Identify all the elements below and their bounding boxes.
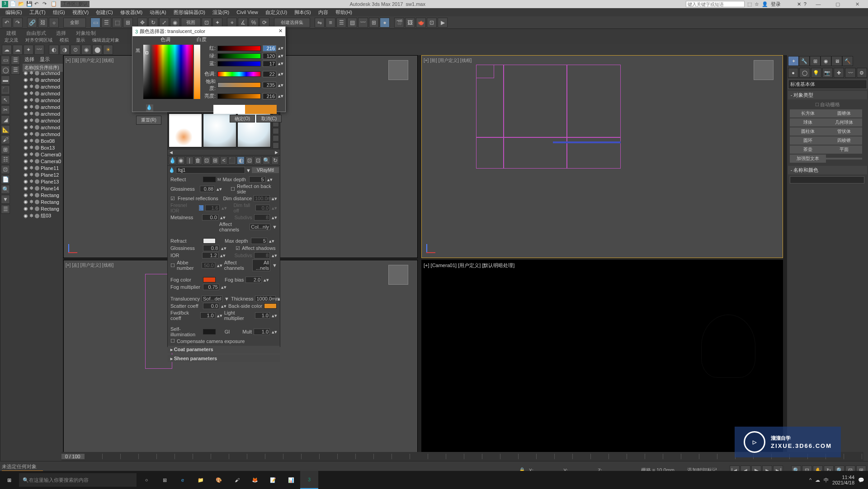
menu-graph[interactable]: 图形编辑器(D) [170, 9, 209, 16]
me-tb-7[interactable]: < [220, 156, 228, 165]
lt-4[interactable]: ⬛ [1, 85, 10, 94]
outliner-item[interactable]: ◉❄archmod [23, 131, 63, 137]
menu-views[interactable]: 视图(V) [69, 9, 93, 16]
menu-animation[interactable]: 动画(A) [146, 9, 170, 16]
outliner-item[interactable]: ◉❄Rectang [23, 192, 63, 198]
fogmult-spinner[interactable]: 0.75 [203, 284, 219, 290]
create-object-button[interactable]: 几何球体 [826, 118, 862, 127]
render-region-button[interactable]: ⊡ [427, 18, 437, 28]
outliner-select-tab[interactable]: 选择 [24, 56, 34, 63]
outliner-item[interactable]: ◉❄Rectang [23, 198, 63, 205]
cmd-tab-display[interactable]: 🖥 [831, 56, 842, 66]
backside-swatch[interactable] [264, 303, 277, 309]
lt-12[interactable]: ⊡ [1, 165, 10, 174]
cmd-tab-create[interactable]: ✦ [788, 56, 799, 66]
me-side-4[interactable] [273, 135, 279, 141]
menu-customize[interactable]: 自定义(U) [262, 9, 291, 16]
material-editor-button[interactable]: ● [380, 18, 390, 28]
object-name-field[interactable] [790, 176, 864, 183]
toolbar-glyph-icon[interactable]: ⬚ [747, 1, 752, 7]
refr-maxdepth-spinner[interactable]: 5 [251, 238, 267, 244]
outliner-item[interactable]: ◉❄Plane12 [23, 171, 63, 178]
lt-10[interactable]: ⊞ [1, 145, 10, 154]
render-frame-button[interactable]: 🖼 [405, 18, 415, 28]
fogbias-spinner[interactable]: 2.0 [245, 277, 262, 283]
timeline-frame-indicator[interactable]: 0 / 100 [61, 454, 84, 459]
viewport-camera[interactable]: [+] [Camera01] [用户定义] [默认明暗处理] [421, 260, 783, 467]
lt-8[interactable]: 📐 [1, 125, 10, 134]
refract-swatch[interactable] [203, 238, 216, 244]
rollout-sheen[interactable]: ▸ Sheen parameters [168, 355, 280, 362]
outliner-item[interactable]: ◉❄archmod [23, 103, 63, 110]
outliner-item[interactable]: ◉❄archmod [23, 83, 63, 90]
scatter-spinner[interactable]: 0.0 [203, 303, 219, 309]
ribbon-button[interactable]: ▤ [347, 18, 357, 28]
menu-help[interactable]: 帮助(H) [332, 9, 356, 16]
help-search-input[interactable] [686, 1, 745, 7]
menu-civil[interactable]: Civil View [233, 9, 261, 15]
color-slider[interactable] [217, 71, 261, 77]
cmd-tab-utilities[interactable]: 🔨 [842, 56, 853, 66]
outliner-item[interactable]: ◉❄Plane13 [23, 178, 63, 185]
fwdbck-spinner[interactable]: 1.0 [200, 312, 215, 319]
viewport-front[interactable]: [+] [前] [用户定义] [线框] [421, 55, 783, 258]
menu-tools[interactable]: 工具(T) [26, 9, 49, 16]
clock-time[interactable]: 11:44 [832, 475, 854, 480]
outliner-item[interactable]: ◉❄archmod [23, 76, 63, 83]
lt-16[interactable]: ☰ [1, 205, 10, 214]
outliner-item[interactable]: ◉❄archmod [23, 124, 63, 131]
select-object-button[interactable]: ▭ [90, 18, 100, 28]
lt-11[interactable]: ☷ [1, 155, 10, 164]
link-button[interactable]: 🔗 [27, 18, 37, 28]
me-side-5[interactable] [273, 142, 279, 149]
fog-color-swatch[interactable] [203, 277, 216, 282]
selfmult-spinner[interactable]: 1.0 [254, 329, 270, 335]
whiteness-bar[interactable] [194, 45, 200, 99]
wind-icon[interactable]: 〰 [34, 45, 44, 55]
create-object-button[interactable]: 四棱锥 [826, 136, 862, 145]
menu-create[interactable]: 创建(C) [92, 9, 116, 16]
create-object-button[interactable]: 圆柱体 [790, 127, 826, 136]
menu-render[interactable]: 渲染(R) [209, 9, 233, 16]
rollout-name-color[interactable]: - 名称和颜色 [788, 166, 867, 174]
eyedropper-icon[interactable]: 💧 [146, 104, 153, 112]
menu-group[interactable]: 组(G) [49, 9, 69, 16]
layers-button[interactable]: ☰ [336, 18, 346, 28]
color-slider[interactable] [217, 61, 261, 66]
3dsmax-taskbar-icon[interactable]: 3 [300, 471, 318, 489]
select-name-button[interactable]: ☰ [101, 18, 111, 28]
create-object-button[interactable]: 管状体 [826, 127, 862, 136]
color-value-field[interactable]: 17 [263, 61, 276, 67]
affect-dropdown[interactable]: Col...nly [250, 224, 270, 230]
tab-modeling[interactable]: 建模 [2, 30, 21, 37]
color-slider[interactable] [217, 94, 261, 99]
save-icon[interactable]: 💾 [26, 1, 33, 7]
user-icon[interactable]: 👤 [762, 1, 768, 7]
material-type-button[interactable]: VRayMtl [252, 167, 279, 173]
cmd-tab-motion[interactable]: ◉ [821, 56, 831, 66]
lightmult-spinner[interactable]: 1.0 [255, 312, 270, 319]
dialog-close-button[interactable]: ✕ [278, 28, 283, 35]
outliner-item[interactable]: ◉❄archmod [23, 110, 63, 117]
start-button[interactable]: ⊞ [0, 471, 18, 489]
thickness-spinner[interactable]: 1000.0mm [255, 296, 276, 302]
ltb-2[interactable]: ☰ [11, 66, 20, 75]
cancel-button[interactable]: 取消(C) [256, 115, 282, 122]
redo-button[interactable]: ↷ [13, 18, 23, 28]
viewcube-icon[interactable] [754, 60, 774, 80]
tool5-icon[interactable]: ◐ [49, 45, 59, 55]
sun-icon[interactable]: ☀ [103, 45, 113, 55]
outliner-list[interactable]: ◉❄archmod◉❄archmod◉❄archmod◉❄archmod◉❄ar… [23, 70, 63, 220]
color-value-field[interactable]: 216 [263, 45, 276, 52]
color-slider[interactable] [217, 82, 261, 88]
me-tb-5[interactable]: ⊡ [203, 156, 211, 165]
outliner-display-tab[interactable]: 显示 [40, 56, 50, 63]
color-value-field[interactable]: 120 [263, 53, 276, 59]
create-object-button[interactable]: 茶壶 [790, 146, 826, 154]
exchange-icon[interactable]: ✕ [797, 1, 801, 7]
viewcube-icon[interactable] [388, 60, 408, 80]
create-object-button[interactable]: 加强型文本 [790, 155, 826, 163]
cmd-tab-modify[interactable]: 🔧 [799, 56, 810, 66]
notifications-icon[interactable]: 💬 [858, 477, 864, 483]
app-icon-4[interactable]: 📊 [282, 471, 300, 489]
